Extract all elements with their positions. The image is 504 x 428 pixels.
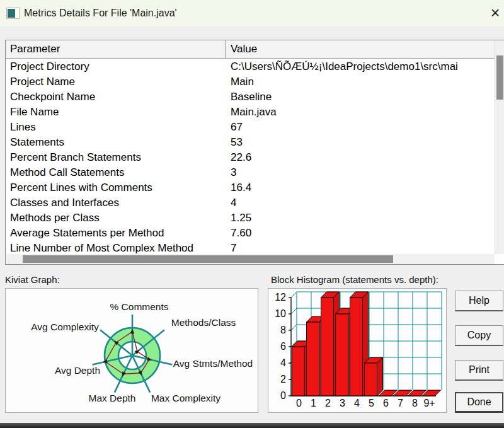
block-histogram-label: Block Histogram (statements vs. depth): <box>271 274 438 285</box>
kiviat-graph-label: Kiviat Graph: <box>5 274 60 285</box>
vertical-scrollbar-thumb[interactable] <box>496 55 503 100</box>
histogram-xtick-label: 6 <box>383 398 389 408</box>
parameter-cell: Classes and Interfaces <box>10 195 119 211</box>
histogram-xtick-label: 0 <box>296 398 302 408</box>
kiviat-axis-label: Avg Stmts/Method <box>173 358 253 369</box>
histogram-ytick-label: 12 <box>275 292 286 303</box>
table-body: Project DirectoryC:\Users\ÑÕÆÚ½¡\IdeaPro… <box>6 59 494 254</box>
parameter-cell: Average Statements per Method <box>10 226 164 241</box>
table-row[interactable]: Statements53 <box>6 135 494 150</box>
bar-side-face <box>377 357 383 396</box>
done-button[interactable]: Done <box>455 392 503 413</box>
value-cell: 4 <box>231 195 494 211</box>
value-cell: Main.java <box>231 105 494 120</box>
bar-front-face <box>350 298 363 396</box>
table-row[interactable]: Classes and Interfaces4 <box>6 195 494 211</box>
parameter-cell: Lines <box>10 120 36 135</box>
metrics-table: Parameter Value Project DirectoryC:\User… <box>5 40 504 265</box>
histogram-xtick-label: 8 <box>412 398 418 408</box>
value-cell: C:\Users\ÑÕÆÚ½¡\IdeaProjects\demo1\src\m… <box>231 59 494 74</box>
vertical-scrollbar[interactable] <box>495 40 504 254</box>
table-row[interactable]: Methods per Class1.25 <box>6 211 494 226</box>
histogram-ytick-label: 2 <box>280 374 286 385</box>
histogram-ytick-label: 4 <box>280 357 286 368</box>
title-bar: Metrics Details For File 'Main.java' × <box>0 0 504 26</box>
histogram-ytick-label: 10 <box>275 308 286 319</box>
value-cell: 3 <box>231 165 494 180</box>
histogram-xtick-label: 2 <box>325 398 331 408</box>
value-cell: 16.4 <box>231 180 494 195</box>
table-row[interactable]: Line Number of Most Complex Method7 <box>6 241 494 254</box>
parameter-cell: Line Number of Most Complex Method <box>10 241 193 254</box>
histogram-xtick-label: 9+ <box>423 398 435 408</box>
parameter-cell: Project Directory <box>10 59 89 74</box>
value-cell: 1.25 <box>231 211 494 226</box>
value-cell: 22.6 <box>231 150 494 165</box>
value-cell: 7 <box>231 241 494 254</box>
table-row[interactable]: Checkpoint NameBaseline <box>6 90 494 105</box>
horizontal-scrollbar[interactable] <box>6 254 495 264</box>
print-button[interactable]: Print <box>455 360 503 381</box>
histogram-xtick-label: 1 <box>311 398 316 408</box>
table-row[interactable]: Percent Lines with Comments16.4 <box>6 180 494 195</box>
bar-front-face <box>307 322 319 396</box>
histogram-ytick-label: 0 <box>280 390 286 401</box>
window-title: Metrics Details For File 'Main.java' <box>24 0 177 26</box>
histogram-panel: 0246810120123456789+ <box>268 288 447 413</box>
table-row[interactable]: Lines67 <box>6 120 494 135</box>
histogram-chart: 0246810120123456789+ <box>268 289 446 412</box>
table-row[interactable]: Method Call Statements3 <box>6 165 494 180</box>
table-row[interactable]: File NameMain.java <box>6 105 494 120</box>
histogram-ytick-label: 8 <box>280 325 286 335</box>
table-row[interactable]: Project DirectoryC:\Users\ÑÕÆÚ½¡\IdeaPro… <box>6 59 494 74</box>
column-header-parameter[interactable]: Parameter <box>10 40 60 58</box>
kiviat-axis-label: Avg Depth <box>55 365 100 376</box>
bar-front-face <box>365 363 377 396</box>
window-icon <box>6 8 20 19</box>
histogram-ytick-label: 6 <box>280 341 286 352</box>
help-button[interactable]: Help <box>455 291 503 311</box>
kiviat-graph-panel: % CommentsMethods/ClassAvg Stmts/MethodM… <box>5 288 258 413</box>
bar-front-face <box>292 347 305 396</box>
parameter-cell: Percent Lines with Comments <box>10 180 152 195</box>
column-header-value[interactable]: Value <box>231 40 257 58</box>
value-cell: 7.60 <box>231 226 494 241</box>
bar-front-face <box>336 314 348 396</box>
table-row[interactable]: Project NameMain <box>6 74 494 90</box>
window-bottom-edge <box>0 423 504 428</box>
kiviat-chart: % CommentsMethods/ClassAvg Stmts/MethodM… <box>6 289 258 412</box>
table-header: Parameter Value <box>6 40 504 59</box>
value-cell: 53 <box>231 135 494 150</box>
copy-button[interactable]: Copy <box>455 325 503 346</box>
parameter-cell: Project Name <box>10 74 75 90</box>
kiviat-axis-label: Methods/Class <box>171 317 236 328</box>
histogram-xtick-label: 3 <box>340 398 345 408</box>
histogram-xtick-label: 4 <box>354 398 360 408</box>
parameter-cell: Method Call Statements <box>10 165 124 180</box>
value-cell: 67 <box>231 120 494 135</box>
kiviat-axis-label: Max Complexity <box>151 393 220 403</box>
value-cell: Main <box>231 74 494 90</box>
table-row[interactable]: Average Statements per Method7.60 <box>6 226 494 241</box>
table-row[interactable]: Percent Branch Statements22.6 <box>6 150 494 165</box>
parameter-cell: File Name <box>10 105 59 120</box>
parameter-cell: Methods per Class <box>10 211 100 226</box>
horizontal-scrollbar-thumb[interactable] <box>23 255 393 263</box>
kiviat-axis-label: % Comments <box>110 301 168 312</box>
metrics-dialog: Metrics Details For File 'Main.java' × P… <box>0 0 504 428</box>
close-icon[interactable]: × <box>486 3 504 23</box>
parameter-cell: Percent Branch Statements <box>10 150 141 165</box>
value-cell: Baseline <box>231 90 494 105</box>
kiviat-axis-label: Max Depth <box>89 393 136 403</box>
parameter-cell: Statements <box>10 135 64 150</box>
kiviat-axis-label: Avg Complexity <box>31 321 99 332</box>
histogram-xtick-label: 5 <box>369 398 374 408</box>
bar-front-face <box>321 298 334 396</box>
histogram-xtick-label: 7 <box>398 398 403 408</box>
parameter-cell: Checkpoint Name <box>10 90 95 105</box>
column-divider[interactable] <box>225 40 226 58</box>
